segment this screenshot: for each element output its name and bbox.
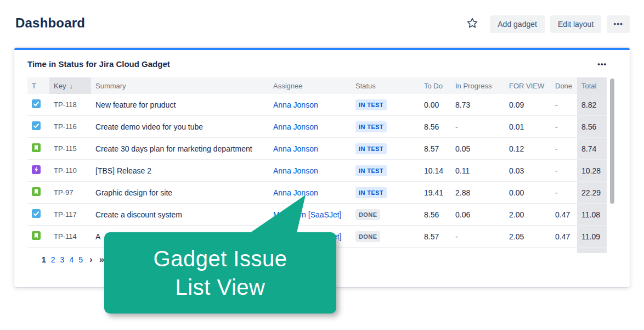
total-value: 11.09 [577,226,607,247]
table-row: TP-117 Create a discount system Max Kern… [27,204,607,226]
gadget-title-row: Time in Status for Jira Cloud Gadget ••• [14,50,630,77]
issue-type-cell [27,143,49,154]
issue-type-cell [27,231,49,242]
total-value: 11.08 [577,204,607,225]
forview-value: 0.12 [505,144,551,153]
done-value: 0.47 [551,210,577,219]
vertical-scrollbar-thumb[interactable] [610,79,614,204]
sort-descending-icon: ↓ [69,82,73,90]
column-header[interactable]: Done [551,77,577,94]
column-header[interactable]: Status [351,77,420,94]
assignee-link[interactable]: Anna Jonson [273,144,318,153]
inprogress-value: 0.11 [451,166,505,175]
column-header[interactable]: In Progress [451,77,505,94]
forview-value: 0.01 [505,122,551,131]
status-badge: IN TEST [355,143,387,154]
todo-value: 8.56 [420,210,451,219]
inprogress-value: - [451,122,505,131]
epic-type-icon [32,165,41,174]
column-header[interactable]: T [27,77,49,94]
column-header-label: Assignee [273,82,302,90]
column-header-label: In Progress [455,82,492,90]
assignee-link[interactable]: Anna Jonson [273,166,318,175]
page-link-5[interactable]: 5 [78,255,83,264]
status-badge: IN TEST [355,165,387,176]
status-badge: IN TEST [355,99,387,110]
page-link-2[interactable]: 2 [51,255,55,264]
task-type-icon [32,121,41,130]
inprogress-value: 8.73 [451,100,505,109]
forview-value: 2.00 [505,210,551,219]
done-value: 0.47 [551,232,577,241]
next-page-icon[interactable]: › [89,256,93,264]
done-value: - [551,144,577,153]
favorite-star-button[interactable] [464,14,481,33]
done-value: - [551,188,577,197]
column-header[interactable]: Key ↓ [49,77,91,94]
add-gadget-button[interactable]: Add gadget [490,15,545,33]
page-link-3[interactable]: 3 [60,255,65,264]
task-type-icon [32,209,41,218]
total-value: 8.74 [577,138,607,159]
todo-value: 10.14 [420,166,451,175]
issue-type-cell [27,99,49,110]
header-more-button[interactable]: ••• [607,15,630,33]
story-type-icon [32,143,41,152]
edit-layout-button[interactable]: Edit layout [550,15,601,33]
callout-tail-icon [241,193,310,237]
story-type-icon [32,231,41,240]
status-badge: IN TEST [355,121,387,132]
gadget-more-button[interactable]: ••• [597,60,607,68]
table-row: TP-116 Create demo video for you tube An… [27,116,607,138]
issue-key: TP-117 [49,210,91,219]
assignee-link[interactable]: Anna Jonson [273,122,318,131]
column-header[interactable]: Summary [91,77,269,94]
done-value: - [551,166,577,175]
issue-key: TP-97 [49,188,91,197]
issue-key: TP-116 [49,122,91,131]
total-value: 8.56 [577,116,607,137]
issue-key: TP-110 [49,166,91,175]
done-value: - [551,100,577,109]
task-type-icon [32,99,41,108]
status-badge: IN TEST [355,187,387,198]
status-badge: DONE [355,231,380,242]
forview-value: 0.03 [505,166,551,175]
header-actions: Add gadget Edit layout ••• [464,14,630,33]
table-header-row: T Key ↓ Summary Assignee Status To Do In… [27,77,607,94]
forview-value: 0.00 [505,188,551,197]
todo-value: 8.57 [420,232,451,241]
inprogress-value: 0.05 [451,144,505,153]
issue-type-cell [27,165,49,176]
issue-summary: New feature for pruduct [91,100,269,109]
column-header[interactable]: FOR VIEW [505,77,551,94]
assignee-link[interactable]: Anna Jonson [273,100,318,109]
column-header[interactable]: Assignee [269,77,351,94]
inprogress-value: 2.88 [451,188,505,197]
column-header-label: Key [54,82,66,90]
todo-value: 8.57 [420,144,451,153]
todo-value: 0.00 [420,100,451,109]
forview-value: 2.05 [505,232,551,241]
issue-key: TP-118 [49,100,91,109]
issue-summary: [TBS] Release 2 [91,166,269,175]
issue-type-cell [27,209,49,220]
column-header[interactable]: To Do [420,77,451,94]
column-header[interactable]: Total [577,77,607,94]
column-header-label: Status [355,82,376,90]
column-header-label: Summary [95,82,126,90]
column-header-label: Done [555,82,572,90]
issue-summary: Create 30 days plan for marketing depart… [91,144,269,153]
page-link-4[interactable]: 4 [69,255,74,264]
column-header-label: To Do [424,82,443,90]
column-header-label: Total [581,82,596,90]
todo-value: 19.41 [420,188,451,197]
inprogress-value: 0.06 [451,210,505,219]
column-header-label: FOR VIEW [509,82,544,90]
total-column-stub [577,248,607,253]
issue-summary: Create demo video for you tube [91,122,269,131]
last-page-icon[interactable]: » [99,256,104,264]
star-icon [466,16,479,31]
done-value: - [551,122,577,131]
page-link-1: 1 [42,255,46,264]
